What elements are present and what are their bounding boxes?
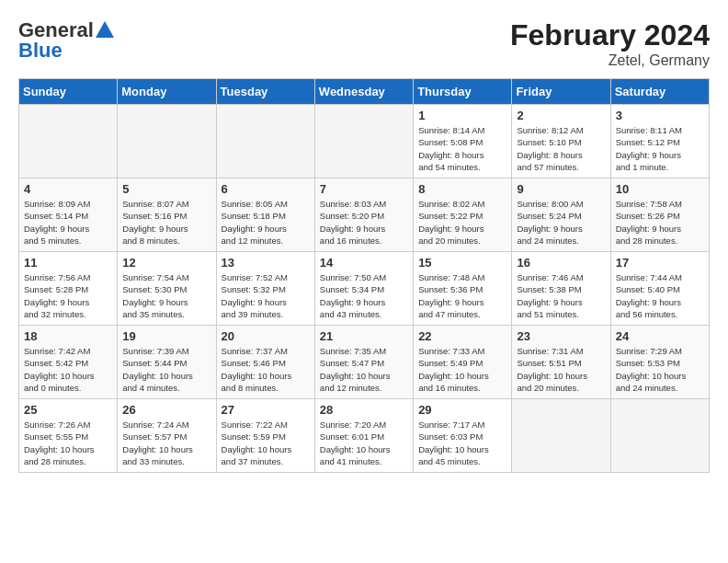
page-title: February 2024 (510, 18, 710, 52)
day-info: Sunrise: 7:31 AM Sunset: 5:51 PM Dayligh… (517, 345, 605, 394)
day-number: 28 (320, 403, 408, 417)
day-number: 10 (616, 182, 704, 196)
day-info: Sunrise: 7:58 AM Sunset: 5:26 PM Dayligh… (616, 198, 704, 247)
calendar-cell: 11Sunrise: 7:56 AM Sunset: 5:28 PM Dayli… (19, 252, 118, 326)
day-info: Sunrise: 7:42 AM Sunset: 5:42 PM Dayligh… (24, 345, 112, 394)
day-info: Sunrise: 7:50 AM Sunset: 5:34 PM Dayligh… (320, 271, 408, 320)
calendar-cell (610, 399, 709, 473)
day-number: 19 (122, 329, 210, 343)
day-info: Sunrise: 8:03 AM Sunset: 5:20 PM Dayligh… (320, 198, 408, 247)
day-info: Sunrise: 7:35 AM Sunset: 5:47 PM Dayligh… (320, 345, 408, 394)
calendar-cell (314, 105, 413, 178)
calendar-cell: 13Sunrise: 7:52 AM Sunset: 5:32 PM Dayli… (216, 252, 314, 326)
weekday-header-sunday: Sunday (19, 79, 118, 105)
calendar-cell: 26Sunrise: 7:24 AM Sunset: 5:57 PM Dayli… (118, 399, 216, 473)
calendar-cell (512, 399, 610, 473)
day-number: 22 (418, 329, 506, 343)
calendar-cell: 4Sunrise: 8:09 AM Sunset: 5:14 PM Daylig… (19, 178, 118, 252)
day-number: 20 (222, 329, 310, 343)
day-number: 5 (122, 182, 210, 196)
logo: General Blue (18, 18, 114, 63)
calendar-cell: 2Sunrise: 8:12 AM Sunset: 5:10 PM Daylig… (512, 105, 610, 178)
day-info: Sunrise: 7:33 AM Sunset: 5:49 PM Dayligh… (418, 345, 506, 394)
weekday-header-friday: Friday (512, 79, 610, 105)
day-number: 16 (517, 256, 605, 270)
weekday-header-monday: Monday (118, 79, 216, 105)
calendar-week-row: 11Sunrise: 7:56 AM Sunset: 5:28 PM Dayli… (19, 252, 710, 326)
page-subtitle: Zetel, Germany (510, 52, 710, 69)
day-info: Sunrise: 7:24 AM Sunset: 5:57 PM Dayligh… (122, 419, 210, 467)
calendar-cell: 20Sunrise: 7:37 AM Sunset: 5:46 PM Dayli… (216, 326, 314, 399)
calendar-cell: 25Sunrise: 7:26 AM Sunset: 5:55 PM Dayli… (19, 399, 118, 473)
calendar-cell: 8Sunrise: 8:02 AM Sunset: 5:22 PM Daylig… (414, 178, 512, 252)
day-info: Sunrise: 7:44 AM Sunset: 5:40 PM Dayligh… (616, 271, 704, 320)
calendar-cell: 10Sunrise: 7:58 AM Sunset: 5:26 PM Dayli… (610, 178, 709, 252)
calendar-cell: 6Sunrise: 8:05 AM Sunset: 5:18 PM Daylig… (216, 178, 314, 252)
weekday-header-tuesday: Tuesday (216, 79, 314, 105)
calendar-cell: 18Sunrise: 7:42 AM Sunset: 5:42 PM Dayli… (19, 326, 118, 399)
calendar-cell: 14Sunrise: 7:50 AM Sunset: 5:34 PM Dayli… (314, 252, 413, 326)
calendar-week-row: 4Sunrise: 8:09 AM Sunset: 5:14 PM Daylig… (19, 178, 710, 252)
day-number: 4 (24, 182, 112, 196)
weekday-header-wednesday: Wednesday (314, 79, 413, 105)
calendar-cell: 16Sunrise: 7:46 AM Sunset: 5:38 PM Dayli… (512, 252, 610, 326)
day-info: Sunrise: 8:09 AM Sunset: 5:14 PM Dayligh… (24, 198, 112, 247)
calendar-cell: 1Sunrise: 8:14 AM Sunset: 5:08 PM Daylig… (414, 105, 512, 178)
day-number: 14 (320, 256, 408, 270)
day-info: Sunrise: 8:12 AM Sunset: 5:10 PM Dayligh… (517, 124, 605, 173)
calendar-cell: 29Sunrise: 7:17 AM Sunset: 6:03 PM Dayli… (414, 399, 512, 473)
day-info: Sunrise: 8:14 AM Sunset: 5:08 PM Dayligh… (418, 124, 506, 173)
day-number: 3 (616, 109, 704, 122)
day-number: 6 (222, 182, 310, 196)
calendar-cell: 7Sunrise: 8:03 AM Sunset: 5:20 PM Daylig… (314, 178, 413, 252)
weekday-header-saturday: Saturday (610, 79, 709, 105)
calendar-cell: 23Sunrise: 7:31 AM Sunset: 5:51 PM Dayli… (512, 326, 610, 399)
calendar-cell: 24Sunrise: 7:29 AM Sunset: 5:53 PM Dayli… (610, 326, 709, 399)
calendar-header-row: SundayMondayTuesdayWednesdayThursdayFrid… (19, 79, 710, 105)
day-info: Sunrise: 7:22 AM Sunset: 5:59 PM Dayligh… (222, 419, 310, 467)
day-number: 27 (222, 403, 310, 417)
day-number: 11 (24, 256, 112, 270)
calendar-cell: 9Sunrise: 8:00 AM Sunset: 5:24 PM Daylig… (512, 178, 610, 252)
day-number: 9 (517, 182, 605, 196)
day-info: Sunrise: 7:17 AM Sunset: 6:03 PM Dayligh… (418, 419, 506, 467)
day-number: 17 (616, 256, 704, 270)
day-number: 8 (418, 182, 506, 196)
day-info: Sunrise: 8:02 AM Sunset: 5:22 PM Dayligh… (418, 198, 506, 247)
day-info: Sunrise: 7:46 AM Sunset: 5:38 PM Dayligh… (517, 271, 605, 320)
day-number: 21 (320, 329, 408, 343)
calendar-cell: 21Sunrise: 7:35 AM Sunset: 5:47 PM Dayli… (314, 326, 413, 399)
logo-blue-text: Blue (18, 39, 63, 63)
calendar-week-row: 1Sunrise: 8:14 AM Sunset: 5:08 PM Daylig… (19, 105, 710, 178)
day-number: 24 (616, 329, 704, 343)
day-number: 15 (418, 256, 506, 270)
calendar-cell: 22Sunrise: 7:33 AM Sunset: 5:49 PM Dayli… (414, 326, 512, 399)
day-number: 12 (122, 256, 210, 270)
day-info: Sunrise: 7:20 AM Sunset: 6:01 PM Dayligh… (320, 419, 408, 467)
calendar-cell (118, 105, 216, 178)
day-number: 1 (418, 109, 506, 122)
calendar-cell: 19Sunrise: 7:39 AM Sunset: 5:44 PM Dayli… (118, 326, 216, 399)
day-number: 23 (517, 329, 605, 343)
day-number: 2 (517, 109, 605, 122)
day-number: 7 (320, 182, 408, 196)
calendar-cell: 27Sunrise: 7:22 AM Sunset: 5:59 PM Dayli… (216, 399, 314, 473)
day-info: Sunrise: 7:26 AM Sunset: 5:55 PM Dayligh… (24, 419, 112, 467)
day-info: Sunrise: 7:54 AM Sunset: 5:30 PM Dayligh… (122, 271, 210, 320)
calendar-cell: 3Sunrise: 8:11 AM Sunset: 5:12 PM Daylig… (610, 105, 709, 178)
day-info: Sunrise: 7:37 AM Sunset: 5:46 PM Dayligh… (222, 345, 310, 394)
day-info: Sunrise: 8:11 AM Sunset: 5:12 PM Dayligh… (616, 124, 704, 173)
day-number: 29 (418, 403, 506, 417)
day-number: 18 (24, 329, 112, 343)
day-info: Sunrise: 7:29 AM Sunset: 5:53 PM Dayligh… (616, 345, 704, 394)
day-info: Sunrise: 8:00 AM Sunset: 5:24 PM Dayligh… (517, 198, 605, 247)
calendar-cell: 28Sunrise: 7:20 AM Sunset: 6:01 PM Dayli… (314, 399, 413, 473)
calendar-cell: 17Sunrise: 7:44 AM Sunset: 5:40 PM Dayli… (610, 252, 709, 326)
day-number: 26 (122, 403, 210, 417)
day-info: Sunrise: 7:56 AM Sunset: 5:28 PM Dayligh… (24, 271, 112, 320)
day-info: Sunrise: 7:52 AM Sunset: 5:32 PM Dayligh… (222, 271, 310, 320)
day-number: 25 (24, 403, 112, 417)
page: General Blue February 2024 Zetel, German… (0, 0, 728, 563)
logo-triangle-icon (96, 21, 114, 38)
day-info: Sunrise: 8:05 AM Sunset: 5:18 PM Dayligh… (222, 198, 310, 247)
